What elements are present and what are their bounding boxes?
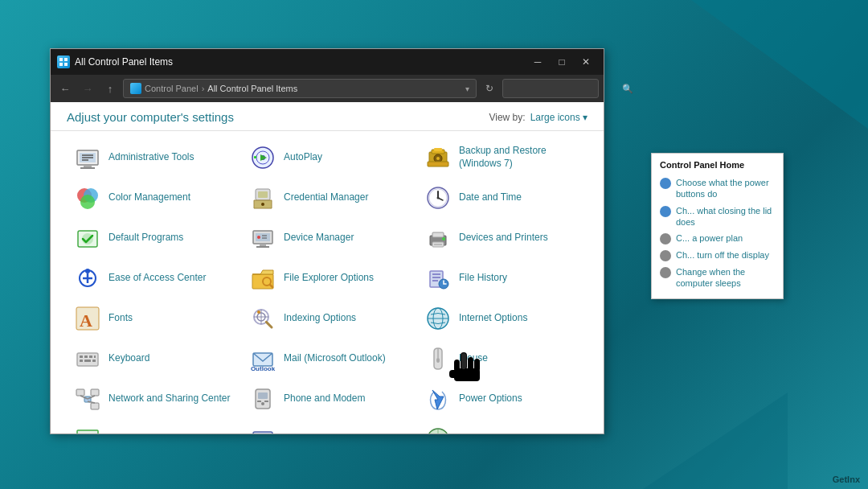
icons-area[interactable]: Administrative Tools AutoPlay bbox=[51, 131, 604, 434]
svg-rect-77 bbox=[94, 355, 96, 358]
item-credential-manager[interactable]: Credential Manager bbox=[242, 178, 417, 218]
tooltip-dot-3 bbox=[660, 233, 671, 244]
svg-rect-0 bbox=[59, 58, 63, 61]
ease-access-icon bbox=[73, 264, 102, 293]
fonts-icon: A bbox=[73, 304, 102, 333]
region-label: Regi... bbox=[459, 433, 487, 434]
svg-rect-56 bbox=[432, 277, 440, 278]
search-box[interactable]: 🔍 bbox=[502, 79, 599, 98]
svg-rect-18 bbox=[434, 148, 442, 151]
item-phone-modem[interactable]: Phone and Modem bbox=[242, 379, 417, 419]
svg-rect-100 bbox=[253, 432, 272, 434]
svg-rect-73 bbox=[89, 355, 92, 358]
view-by-value[interactable]: Large icons ▾ bbox=[530, 112, 588, 123]
color-management-icon bbox=[73, 183, 102, 212]
view-by-control: View by: Large icons ▾ bbox=[489, 112, 588, 123]
svg-rect-37 bbox=[260, 244, 266, 246]
search-icon: 🔍 bbox=[622, 84, 633, 94]
minimize-button[interactable]: ─ bbox=[526, 53, 549, 71]
file-explorer-label: File Explorer Options bbox=[284, 272, 374, 285]
svg-rect-92 bbox=[257, 401, 261, 402]
keyboard-label: Keyboard bbox=[108, 352, 149, 365]
tooltip-dot-2 bbox=[660, 206, 671, 217]
item-mail[interactable]: Outlook Mail (Microsoft Outlook) bbox=[242, 339, 417, 379]
item-date-time[interactable]: Date and Time bbox=[417, 178, 592, 218]
item-backup-restore[interactable]: Backup and Restore(Windows 7) bbox=[417, 138, 592, 178]
file-explorer-icon bbox=[248, 264, 277, 293]
item-ease-access[interactable]: Ease of Access Center bbox=[67, 258, 242, 298]
recovery-label: Recovery bbox=[284, 433, 325, 434]
path-dropdown[interactable]: ▾ bbox=[465, 84, 469, 93]
svg-rect-72 bbox=[84, 355, 88, 358]
refresh-button[interactable]: ↻ bbox=[480, 79, 499, 98]
item-default-programs[interactable]: Default Programs bbox=[67, 218, 242, 258]
devices-printers-label: Devices and Printers bbox=[459, 232, 548, 244]
power-options-icon bbox=[424, 384, 452, 413]
item-keyboard[interactable]: Keyboard bbox=[67, 339, 242, 379]
svg-point-32 bbox=[437, 197, 440, 199]
indexing-options-icon bbox=[248, 304, 277, 333]
network-sharing-icon bbox=[73, 384, 102, 413]
svg-rect-71 bbox=[80, 355, 83, 358]
svg-point-46 bbox=[442, 237, 445, 240]
item-power-options[interactable]: Power Options bbox=[417, 379, 592, 419]
close-button[interactable]: ✕ bbox=[575, 53, 597, 71]
item-network-sharing[interactable]: Network and Sharing Center bbox=[67, 379, 242, 419]
item-administrative-tools[interactable]: Administrative Tools bbox=[67, 138, 242, 178]
device-manager-label: Device Manager bbox=[284, 232, 354, 244]
content-area: Adjust your computer's settings View by:… bbox=[51, 102, 604, 434]
up-button[interactable]: ↑ bbox=[100, 79, 120, 98]
svg-rect-38 bbox=[256, 246, 269, 248]
backup-restore-label: Backup and Restore(Windows 7) bbox=[459, 145, 547, 170]
item-color-management[interactable]: Color Management bbox=[67, 178, 242, 218]
item-mouse[interactable]: Mouse bbox=[417, 339, 592, 379]
address-path[interactable]: Control Panel › All Control Panel Items … bbox=[123, 79, 477, 98]
svg-rect-3 bbox=[64, 63, 68, 66]
date-time-icon bbox=[424, 183, 452, 212]
forward-button[interactable]: → bbox=[78, 79, 97, 98]
title-bar: All Control Panel Items ─ □ ✕ bbox=[51, 49, 604, 75]
item-fonts[interactable]: A Fonts bbox=[67, 298, 242, 339]
item-region[interactable]: Regi... bbox=[417, 419, 592, 434]
device-manager-icon bbox=[248, 224, 277, 253]
item-file-history[interactable]: File History bbox=[417, 258, 592, 298]
tooltip-dot-4 bbox=[660, 250, 671, 261]
tooltip-item-2[interactable]: Ch... what closing the lid does bbox=[660, 203, 775, 231]
svg-point-91 bbox=[261, 402, 264, 405]
devices-printers-icon bbox=[424, 224, 452, 253]
svg-rect-43 bbox=[432, 232, 444, 237]
tooltip-item-4[interactable]: Ch... turn off the display bbox=[660, 247, 775, 264]
tooltip-title: Control Panel Home bbox=[660, 160, 775, 170]
item-indexing-options[interactable]: Indexing Options bbox=[242, 298, 417, 339]
window-controls: ─ □ ✕ bbox=[526, 53, 597, 71]
phone-modem-icon bbox=[248, 384, 277, 413]
tooltip-item-5[interactable]: Change when the computer sleeps bbox=[660, 264, 775, 292]
path-icon bbox=[130, 83, 141, 94]
item-device-manager[interactable]: Device Manager bbox=[242, 218, 417, 258]
address-bar: ← → ↑ Control Panel › All Control Panel … bbox=[51, 75, 604, 102]
tooltip-item-1[interactable]: Choose what the power buttons do bbox=[660, 175, 775, 203]
tooltip-item-3[interactable]: C... a power plan bbox=[660, 230, 775, 247]
tooltip-dot-5 bbox=[660, 267, 671, 278]
power-options-label: Power Options bbox=[459, 392, 522, 405]
path-all-items: All Control Panel Items bbox=[207, 84, 297, 93]
svg-rect-26 bbox=[258, 191, 268, 198]
window-icon bbox=[57, 55, 70, 68]
item-internet-options[interactable]: Internet Options bbox=[417, 298, 592, 339]
item-file-explorer[interactable]: File Explorer Options bbox=[242, 258, 417, 298]
file-history-icon bbox=[424, 264, 452, 293]
svg-point-66 bbox=[257, 310, 260, 314]
item-autoplay[interactable]: AutoPlay bbox=[242, 138, 417, 178]
item-programs-features[interactable]: Programs and Features bbox=[67, 419, 242, 434]
back-button[interactable]: ← bbox=[55, 79, 75, 98]
item-recovery[interactable]: Recovery bbox=[242, 419, 417, 434]
item-devices-printers[interactable]: Devices and Printers bbox=[417, 218, 592, 258]
mouse-label: Mouse bbox=[459, 352, 488, 365]
search-input[interactable] bbox=[508, 84, 619, 93]
svg-line-88 bbox=[88, 401, 95, 403]
maximize-button[interactable]: □ bbox=[551, 53, 573, 71]
svg-rect-90 bbox=[258, 392, 268, 399]
default-programs-label: Default Programs bbox=[108, 232, 183, 244]
svg-rect-76 bbox=[92, 360, 96, 362]
credential-manager-icon bbox=[248, 183, 277, 212]
